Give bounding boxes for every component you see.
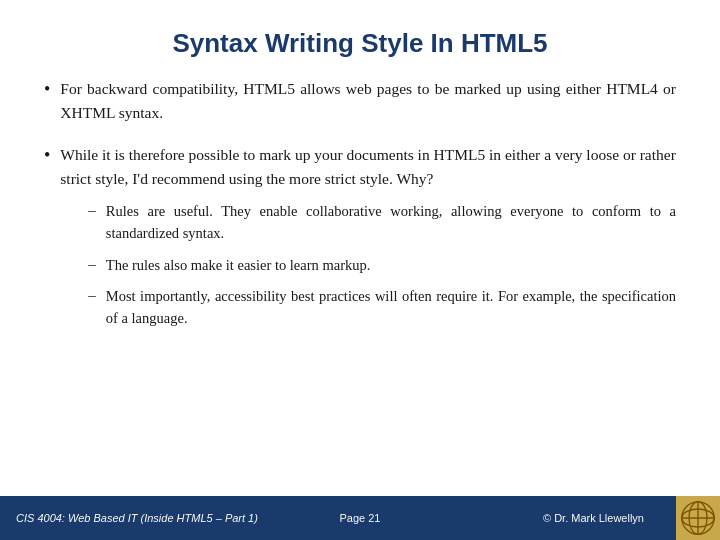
sub-bullet-item-2: – The rules also make it easier to learn… (88, 255, 676, 277)
bullet-text-2: While it is therefore possible to mark u… (60, 146, 676, 187)
bullet-dot-2: • (44, 145, 50, 166)
sub-bullet-item-3: – Most importantly, accessibility best p… (88, 286, 676, 330)
sub-bullet-text-2: The rules also make it easier to learn m… (106, 255, 371, 277)
logo-svg (680, 500, 716, 536)
sub-bullet-text-3: Most importantly, accessibility best pra… (106, 286, 676, 330)
slide-content: • For backward compatibility, HTML5 allo… (0, 77, 720, 496)
sub-bullet-item-1: – Rules are useful. They enable collabor… (88, 201, 676, 245)
bullet-dot-1: • (44, 79, 50, 100)
slide-title: Syntax Writing Style In HTML5 (0, 0, 720, 77)
footer-right: © Dr. Mark Llewellyn (330, 512, 704, 524)
sub-bullet-dash-2: – (88, 256, 96, 273)
bullet-text-1: For backward compatibility, HTML5 allows… (60, 77, 676, 125)
bullet-item-2: • While it is therefore possible to mark… (44, 143, 676, 340)
footer-logo (676, 496, 720, 540)
sub-bullet-dash-3: – (88, 287, 96, 304)
bullet-2-content: While it is therefore possible to mark u… (60, 143, 676, 340)
bullet-item-1: • For backward compatibility, HTML5 allo… (44, 77, 676, 125)
slide: Syntax Writing Style In HTML5 • For back… (0, 0, 720, 540)
sub-bullets: – Rules are useful. They enable collabor… (88, 201, 676, 330)
sub-bullet-dash-1: – (88, 202, 96, 219)
slide-footer: CIS 4004: Web Based IT (Inside HTML5 – P… (0, 496, 720, 540)
sub-bullet-text-1: Rules are useful. They enable collaborat… (106, 201, 676, 245)
footer-left: CIS 4004: Web Based IT (Inside HTML5 – P… (16, 512, 330, 524)
footer-center: Page 21 (340, 512, 381, 524)
